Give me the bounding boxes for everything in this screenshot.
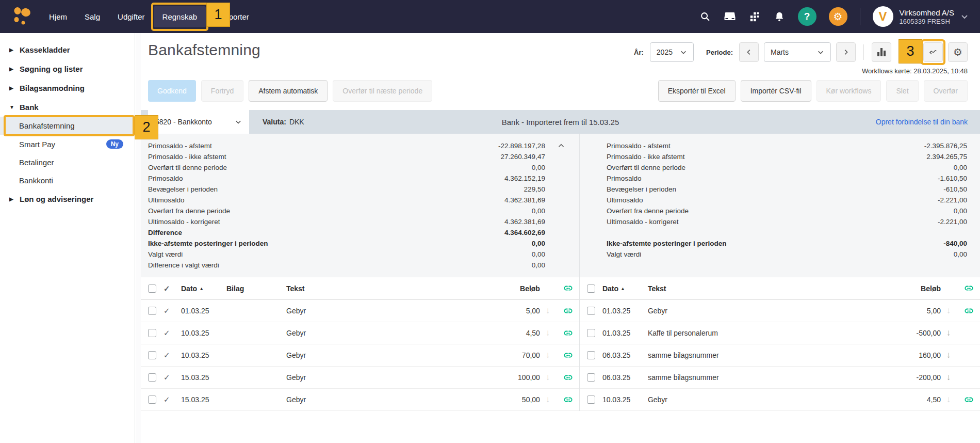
table-row[interactable]: ✓15.03.25Gebyr50,00↓ — [141, 389, 579, 411]
table-row[interactable]: 10.03.25Gebyr4,50↓ — [580, 389, 980, 411]
transfer-arrow-icon[interactable]: ↓ — [941, 394, 956, 405]
row-checkbox[interactable] — [148, 307, 156, 315]
year-select[interactable]: 2025 — [650, 42, 694, 62]
sidebar-item-bankkonti[interactable]: Bankkonti — [0, 171, 135, 189]
sidebar-item-bank[interactable]: ▼ Bank — [0, 98, 135, 117]
nav-udgifter[interactable]: Udgifter — [109, 6, 154, 27]
row-checkbox[interactable] — [148, 329, 156, 337]
summary-label: Ikke-afstemte posteringer i perioden — [148, 238, 268, 249]
select-all-checkbox[interactable] — [148, 284, 156, 293]
row-checkbox[interactable] — [587, 351, 595, 359]
row-amount: -500,00 — [884, 329, 941, 337]
period-select[interactable]: Marts — [764, 42, 831, 62]
row-checkbox[interactable] — [148, 395, 156, 404]
row-checkbox[interactable] — [148, 373, 156, 382]
transfer-arrow-icon[interactable]: ↓ — [540, 350, 556, 360]
sidebar-item-bankafstemning[interactable]: Bankafstemning 2 — [0, 117, 135, 135]
right-action-buttons: Eksportér til ExcelImportér CSV-filKør w… — [658, 80, 968, 102]
unlink-chain-button[interactable] — [556, 373, 573, 383]
transfer-arrow-icon[interactable]: ↓ — [941, 372, 956, 383]
unlink-chain-button[interactable] — [556, 306, 573, 316]
workflow-settings-button[interactable]: 3 — [923, 42, 943, 62]
transfer-arrow-icon[interactable]: ↓ — [540, 306, 556, 316]
unlink-chain-button[interactable] — [956, 306, 974, 316]
summary-value: -2.221,00 — [938, 216, 967, 227]
apps-grid-icon[interactable] — [748, 10, 761, 23]
transfer-button: Overfør — [924, 80, 968, 102]
left-action-buttons: GodkendFortrydAfstem automatiskOverfør t… — [148, 80, 432, 102]
chart-view-button[interactable] — [872, 42, 891, 62]
row-date: 06.03.25 — [602, 351, 648, 359]
table-row[interactable]: 06.03.25samme bilagsnummer-200,00↓ — [580, 367, 980, 389]
sidebar-item-lon-og-adviseringer[interactable]: ▶ Løn og adviseringer — [0, 189, 135, 209]
settings-button[interactable]: ⚙ — [829, 7, 847, 26]
link-all-icon[interactable] — [556, 283, 573, 293]
table-row[interactable]: ✓10.03.25Gebyr70,00↓ — [141, 344, 579, 367]
summary-row: Overført til denne periode0,00 — [148, 162, 545, 173]
nav-regnskab[interactable]: Regnskab 1 — [154, 6, 206, 27]
page-settings-button[interactable]: ⚙ — [948, 42, 968, 62]
summary-label: Bevægelser i perioden — [607, 184, 676, 195]
summary-label: Primosaldo - afstemt — [607, 140, 671, 151]
row-checkbox[interactable] — [587, 307, 595, 315]
period-value: Marts — [771, 48, 789, 56]
summary-label: Overført til denne periode — [148, 162, 227, 173]
transfer-next-period-button: Overfør til næste periode — [333, 80, 432, 102]
table-row[interactable]: ✓15.03.25Gebyr100,00↓ — [141, 367, 579, 389]
sidebar-item-bilagsanmodning[interactable]: ▶ Bilagsanmodning — [0, 78, 135, 98]
unlink-chain-button[interactable] — [556, 351, 573, 360]
transfer-arrow-icon[interactable]: ↓ — [941, 350, 956, 360]
sidebar-item-smart-pay[interactable]: Smart Pay Ny — [0, 135, 135, 153]
unlink-chain-button[interactable] — [556, 395, 573, 405]
row-checkbox[interactable] — [587, 329, 595, 337]
row-checkbox[interactable] — [148, 351, 156, 359]
search-icon[interactable] — [699, 10, 711, 23]
table-row[interactable]: 01.03.25Kaffe til personalerum-500,00↓ — [580, 322, 980, 344]
nav-hjem[interactable]: Hjem — [40, 6, 76, 27]
table-row[interactable]: ✓10.03.25Gebyr4,50↓ — [141, 322, 579, 344]
summary-row: Primosaldo - ikke afstemt2.394.265,75 — [607, 151, 967, 162]
column-dato[interactable]: Dato▲ — [181, 284, 226, 293]
column-dato[interactable]: Dato▲ — [602, 284, 648, 293]
summary-value: 4.364.602,69 — [504, 227, 545, 238]
chevron-down-icon — [235, 118, 242, 125]
link-chain-icon — [563, 283, 573, 293]
account-menu[interactable]: V Virksomhed A/S 1605339 FRESH — [873, 6, 969, 27]
link-all-icon[interactable] — [956, 283, 974, 293]
sidebar-item-sogning-og-lister[interactable]: ▶ Søgning og lister — [0, 59, 135, 78]
collapse-summary-icon[interactable] — [557, 141, 566, 150]
notifications-bell-icon[interactable] — [773, 10, 786, 23]
nav-salg[interactable]: Salg — [76, 6, 109, 27]
connect-bank-link[interactable]: Opret forbindelse til din bank — [876, 118, 968, 126]
auto-reconcile-button[interactable]: Afstem automatisk — [249, 80, 328, 102]
table-row[interactable]: 06.03.25samme bilagsnummer160,00↓ — [580, 344, 980, 367]
sidebar-label: Kassekladder — [20, 45, 70, 54]
help-button[interactable]: ? — [798, 7, 816, 26]
row-amount: 4,50 — [483, 329, 540, 337]
bank-account-select[interactable]: 5820 - Bankkonto — [148, 110, 249, 134]
sidebar-item-betalinger[interactable]: Betalinger — [0, 153, 135, 171]
sidebar-item-kassekladder[interactable]: ▶ Kassekladder — [0, 40, 135, 59]
previous-period-button[interactable] — [739, 42, 759, 62]
sidebar-label: Betalinger — [19, 158, 54, 167]
select-all-checkbox[interactable] — [587, 284, 595, 293]
export-excel-button[interactable]: Eksportér til Excel — [658, 80, 736, 102]
next-period-button[interactable] — [836, 42, 856, 62]
row-checkbox[interactable] — [587, 373, 595, 382]
economic-logo[interactable] — [10, 6, 34, 27]
unlink-chain-button[interactable] — [956, 395, 974, 405]
row-amount: 4,50 — [884, 395, 941, 404]
inbox-icon[interactable] — [724, 10, 736, 23]
table-row[interactable]: 01.03.25Gebyr5,00↓ — [580, 300, 980, 322]
unlink-chain-button[interactable] — [556, 328, 573, 338]
transfer-arrow-icon[interactable]: ↓ — [540, 394, 556, 405]
import-csv-button[interactable]: Importér CSV-fil — [741, 80, 811, 102]
transfer-arrow-icon[interactable]: ↓ — [540, 372, 556, 383]
transfer-arrow-icon[interactable]: ↓ — [941, 328, 956, 338]
row-checkbox[interactable] — [587, 395, 595, 404]
transfer-arrow-icon[interactable]: ↓ — [540, 328, 556, 338]
currency: Valuta:DKK — [263, 118, 304, 126]
transfer-arrow-icon[interactable]: ↓ — [941, 306, 956, 316]
nav-regnskab-label: Regnskab — [162, 12, 198, 21]
table-row[interactable]: ✓01.03.25Gebyr5,00↓ — [141, 300, 579, 322]
